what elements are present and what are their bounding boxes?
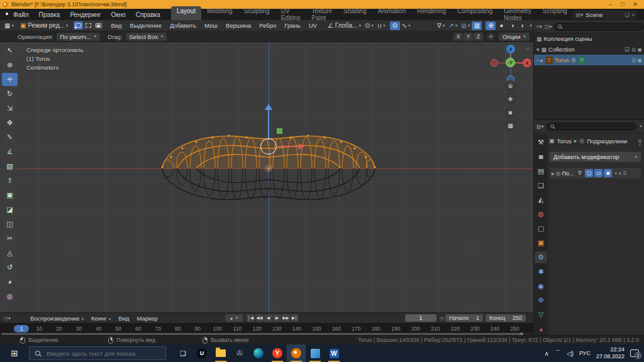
tool-button-transform[interactable]: ✥: [2, 116, 18, 129]
viewport-menu-vertex[interactable]: Вершина: [222, 21, 255, 30]
mesh-data-icon[interactable]: ▽: [578, 57, 586, 64]
modifier-render-toggle[interactable]: ◙: [604, 169, 612, 177]
taskbar-app-unreal[interactable]: U: [192, 344, 211, 362]
frame-tick[interactable]: 20: [56, 326, 62, 332]
zoom-view-icon[interactable]: ⊕: [505, 80, 516, 91]
overlays-dropdown[interactable]: ◎▾: [459, 21, 472, 30]
menu-edit[interactable]: Правка: [35, 10, 65, 19]
outliner-row-torus[interactable]: ▫ ▸ ▽ Torus ⚙ ▽ ⊙ ◙: [534, 55, 644, 65]
expand-arrow-icon[interactable]: ▾: [536, 47, 540, 53]
taskbar-app-word[interactable]: W: [325, 344, 343, 362]
gizmo-x-arrow[interactable]: [277, 146, 299, 147]
properties-tab-physics[interactable]: ◉: [535, 280, 547, 292]
menu-window[interactable]: Окно: [106, 10, 130, 19]
taskbar-app-explorer[interactable]: [211, 344, 230, 362]
snap-options-icon[interactable]: ✣: [487, 33, 495, 40]
properties-options-icon[interactable]: ▾: [640, 124, 643, 129]
taskbar-app-photos[interactable]: [306, 344, 325, 362]
frame-tick[interactable]: 130: [272, 326, 281, 332]
tool-button-loop-cut[interactable]: ◫: [2, 217, 18, 231]
expand-arrow-icon[interactable]: ▸: [540, 57, 543, 63]
notification-center-icon[interactable]: 2: [630, 349, 639, 357]
timeline-menu-keying[interactable]: Кеинг: [88, 314, 114, 322]
tool-button-knife[interactable]: ✂: [2, 232, 18, 245]
gizmo-y-handle[interactable]: [277, 128, 282, 134]
filter-dropdown[interactable]: ∇▾: [435, 21, 447, 30]
mirror-axis-button[interactable]: Z: [474, 33, 483, 41]
current-frame-field[interactable]: 1: [405, 314, 436, 322]
modifier-wrench-icon[interactable]: ⚙: [571, 57, 576, 63]
frame-tick[interactable]: 100: [213, 326, 222, 332]
tool-button-cursor[interactable]: ⊕: [2, 58, 18, 72]
viewport-menu-uv[interactable]: UV: [305, 21, 321, 30]
delete-scene-icon[interactable]: ×: [632, 12, 635, 18]
vertex-select-mode-button[interactable]: [74, 21, 83, 30]
language-indicator[interactable]: РУС: [579, 350, 591, 356]
taskbar-app-task-view[interactable]: ❏: [174, 344, 192, 362]
modifier-edit-mode-toggle[interactable]: ▢: [585, 169, 593, 177]
mirror-axis-button[interactable]: X: [453, 33, 463, 41]
volume-icon[interactable]: ◁): [567, 350, 574, 357]
timeline-menu-marker[interactable]: Маркер: [133, 314, 160, 322]
taskbar-app-blender[interactable]: [287, 344, 306, 362]
frame-tick[interactable]: 180: [372, 326, 380, 332]
snap-toggle[interactable]: ∪▾: [375, 21, 387, 30]
outliner-editor-type-icon[interactable]: ≡▾: [536, 24, 542, 30]
tool-button-add-cube[interactable]: ▧: [2, 160, 18, 173]
sidebar-collapse-icon[interactable]: ‹: [527, 46, 529, 52]
properties-tab-constraints[interactable]: ⊛: [535, 294, 547, 306]
collection-render-icon[interactable]: ◙: [638, 47, 641, 53]
properties-tab-tool[interactable]: ⚒: [535, 136, 547, 148]
current-frame-indicator[interactable]: 1: [14, 325, 29, 332]
camera-view-icon[interactable]: ◙: [505, 107, 516, 118]
options-dropdown[interactable]: Опции▾: [499, 33, 530, 41]
frame-start-field[interactable]: Начало1: [445, 314, 483, 322]
3d-viewport[interactable]: Спереди ортогональ (1) Torus Centimeters…: [0, 42, 533, 312]
edge-select-mode-button[interactable]: [84, 21, 93, 30]
modifier-extras-icon[interactable]: ▾: [614, 171, 617, 176]
taskbar-app-movie[interactable]: ✇: [230, 344, 249, 362]
tool-button-measure[interactable]: ∡: [2, 145, 18, 158]
modifier-drag-handle[interactable]: ⠿: [623, 170, 627, 177]
frame-tick[interactable]: 170: [352, 326, 360, 332]
outliner-search[interactable]: [554, 23, 644, 31]
timeline-menu-view[interactable]: Вид: [115, 314, 132, 322]
object-visibility-icon[interactable]: ⊙: [631, 57, 636, 63]
expand-modifier-icon[interactable]: ▸: [552, 170, 555, 177]
tool-button-extrude-region[interactable]: ⇧: [2, 174, 18, 187]
frame-tick[interactable]: 210: [431, 326, 440, 332]
drag-setting-dropdown[interactable]: Select Box▾: [126, 33, 167, 41]
nav-axis-negy[interactable]: -Y: [506, 58, 515, 67]
frame-tick[interactable]: 40: [96, 326, 101, 332]
viewport-menu-mesh[interactable]: Меш: [201, 21, 221, 30]
timeline-menu-playback[interactable]: Воспроизведение: [27, 314, 87, 322]
gizmo-z-arrow[interactable]: [268, 110, 269, 138]
viewport-menu-select[interactable]: Выделение: [126, 21, 165, 30]
nav-axis-negx[interactable]: [491, 59, 498, 67]
outliner-row-scene-collection[interactable]: ▦ Коллекция сцены: [534, 33, 644, 44]
shading-material-button[interactable]: ◑: [507, 21, 517, 30]
orientation-setting-dropdown[interactable]: По умолч...▾: [57, 33, 101, 41]
properties-tab-output[interactable]: ▤: [535, 165, 547, 177]
properties-tab-world[interactable]: ◍: [535, 208, 547, 220]
frame-tick[interactable]: 90: [195, 326, 201, 332]
collection-visibility-icon[interactable]: ⊙: [631, 47, 636, 53]
pan-view-icon[interactable]: ✥: [505, 94, 516, 104]
taskbar-app-edge[interactable]: [249, 344, 268, 362]
collection-checkbox-icon[interactable]: ☑: [625, 47, 630, 53]
properties-tab-data[interactable]: ▽: [535, 309, 547, 321]
close-button[interactable]: ✕: [633, 1, 638, 8]
frame-tick[interactable]: 30: [76, 326, 82, 332]
viewport-menu-view[interactable]: Вид: [107, 21, 125, 30]
tool-button-poly-build[interactable]: ◬: [2, 246, 18, 260]
frame-tick[interactable]: 140: [292, 326, 301, 332]
transport-button-play-reverse[interactable]: ◀: [264, 314, 272, 322]
transport-button-play[interactable]: ▶: [273, 314, 281, 322]
breadcrumb-modifier[interactable]: Подразделени: [587, 138, 627, 145]
frame-tick[interactable]: 110: [233, 326, 242, 332]
gizmo-z-arrowhead[interactable]: [265, 104, 272, 110]
clock[interactable]: 22:24 27.08.2022: [596, 346, 625, 360]
properties-tab-modifiers[interactable]: ⚙: [535, 251, 547, 263]
frame-tick[interactable]: 190: [391, 326, 400, 332]
properties-editor-type-icon[interactable]: ▧▾: [536, 124, 544, 129]
